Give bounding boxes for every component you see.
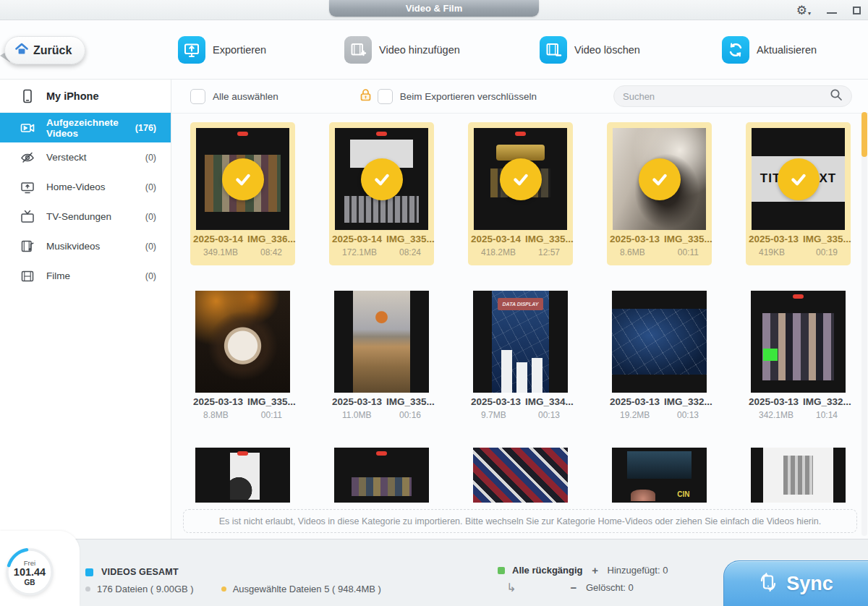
export-label: Exportieren: [213, 44, 266, 56]
video-card[interactable]: CIN: [607, 448, 712, 503]
thumbnail-text: DATA DISPLAY: [503, 302, 539, 307]
video-caption: 2025-03-13IMG_334... 9.7MB00:13: [468, 393, 573, 420]
sidebar-item-count: (0): [145, 153, 156, 163]
video-card[interactable]: 2025-03-14IMG_335... 418.2MB12:57: [468, 122, 573, 265]
refresh-label: Aktualisieren: [757, 44, 817, 56]
video-thumbnail[interactable]: [612, 291, 707, 393]
search-input[interactable]: [623, 91, 830, 102]
select-all-checkbox[interactable]: [190, 89, 205, 104]
video-card[interactable]: 2025-03-13IMG_332... 342.1MB10:14: [746, 291, 851, 420]
video-date: 2025-03-14: [471, 234, 521, 244]
device-name: My iPhone: [46, 90, 99, 102]
search-box[interactable]: [613, 85, 852, 107]
thumbnail-art: [501, 350, 511, 393]
video-card[interactable]: [329, 448, 434, 503]
selected-check-icon[interactable]: [500, 158, 542, 200]
sidebar-item-tv-sendungen[interactable]: TV-Sendungen (0): [0, 202, 171, 231]
thumbnail-art: [532, 358, 542, 393]
video-card[interactable]: [746, 448, 851, 503]
selected-check-icon[interactable]: [361, 158, 403, 200]
video-card[interactable]: TITLE TEXT 2025-03-13IMG_335... 419KB00:…: [746, 122, 851, 265]
video-thumbnail[interactable]: [334, 291, 429, 393]
video-date: 2025-03-13: [332, 396, 382, 407]
export-monitor-icon: [178, 36, 205, 64]
video-camera-icon: [20, 121, 35, 135]
undo-all-label[interactable]: Alle rückgängig: [512, 565, 583, 576]
sidebar-item-label: TV-Sendungen: [46, 211, 134, 222]
video-date: 2025-03-13: [749, 234, 799, 244]
music-video-icon: [20, 239, 35, 254]
export-button[interactable]: Exportieren: [178, 36, 266, 64]
video-thumbnail[interactable]: TITLE TEXT: [752, 128, 845, 230]
sidebar-item-filme[interactable]: Filme (0): [0, 261, 171, 291]
sidebar-item-musikvideos[interactable]: Musikvideos (0): [0, 231, 171, 261]
video-size: 9.7MB: [481, 410, 506, 420]
green-square-bullet: [498, 567, 505, 574]
lock-icon: [359, 88, 372, 105]
scrollbar-thumb[interactable]: [861, 112, 867, 157]
thumbnail-art: [631, 490, 655, 502]
settings-gear-icon[interactable]: ⚙▾: [796, 4, 811, 17]
sidebar-item-versteckt[interactable]: Versteckt (0): [0, 142, 171, 172]
sidebar-item-count: (176): [135, 123, 156, 133]
video-size: 349.1MB: [203, 247, 238, 257]
video-caption: 2025-03-13IMG_335... 419KB00:19: [746, 230, 851, 257]
video-thumbnail[interactable]: [196, 128, 289, 230]
search-icon[interactable]: [830, 88, 843, 104]
undo-group: Alle rückgängig + Hinzugefügt: 0 ↳ − Gel…: [498, 564, 668, 594]
video-caption: 2025-03-14IMG_335... 418.2MB12:57: [468, 230, 573, 257]
video-card[interactable]: [190, 448, 295, 503]
video-thumbnail[interactable]: [474, 128, 567, 230]
selected-check-icon[interactable]: [639, 158, 681, 200]
home-icon: [15, 43, 28, 58]
video-name: IMG_335...: [386, 396, 435, 407]
scrollbar-track[interactable]: [861, 112, 867, 536]
added-count: Hinzugefügt: 0: [608, 565, 668, 576]
delete-video-button[interactable]: Video löschen: [540, 36, 640, 64]
status-bar: Frei 101.44 GB VIDEOS GESAMT 176 Dateien…: [0, 539, 868, 606]
maximize-button[interactable]: [853, 7, 861, 14]
back-button[interactable]: Zurück: [4, 36, 85, 64]
refresh-button[interactable]: Aktualisieren: [722, 36, 817, 64]
encrypt-checkbox[interactable]: [378, 89, 393, 104]
window-title: Video & Film: [329, 0, 539, 17]
sync-button[interactable]: Sync: [723, 560, 868, 606]
video-card[interactable]: 2025-03-14IMG_336... 349.1MB08:42: [190, 122, 295, 265]
video-duration: 12:57: [538, 247, 560, 257]
video-thumbnail[interactable]: [751, 448, 846, 503]
video-card[interactable]: 2025-03-13IMG_335... 8.6MB00:11: [607, 122, 712, 265]
minimize-button[interactable]: [827, 12, 837, 14]
select-all-label: Alle auswählen: [213, 91, 278, 102]
video-card[interactable]: DATA DISPLAY 2025-03-13IMG_334... 9.7MB0…: [468, 291, 573, 420]
video-thumbnail[interactable]: DATA DISPLAY: [473, 291, 568, 393]
video-name: IMG_335...: [525, 234, 574, 244]
thumbnail-art: [344, 196, 419, 223]
video-thumbnail[interactable]: [334, 448, 429, 503]
grid-row-3: CIN: [190, 448, 851, 503]
import-notice: Es ist nicht erlaubt, Videos in diese Ka…: [183, 509, 857, 533]
thumbnail-art: [230, 453, 260, 500]
video-thumbnail[interactable]: [751, 291, 846, 393]
video-duration: 00:16: [399, 410, 421, 420]
video-card[interactable]: 2025-03-13IMG_335... 8.8MB00:11: [190, 291, 295, 420]
sidebar-item-aufgezeichnete-videos[interactable]: Aufgezeichnete Videos (176): [0, 113, 171, 142]
video-card[interactable]: 2025-03-13IMG_332... 19.2MB00:13: [607, 291, 712, 420]
minus-icon: −: [569, 581, 579, 594]
add-video-button[interactable]: Video hinzufügen: [344, 36, 460, 64]
video-thumbnail[interactable]: [195, 448, 290, 503]
sidebar-item-home-videos[interactable]: Home-Videos (0): [0, 172, 171, 202]
video-card[interactable]: [468, 448, 573, 503]
video-card[interactable]: 2025-03-13IMG_335... 11.0MB00:16: [329, 291, 434, 420]
selected-check-icon[interactable]: [222, 158, 264, 200]
video-thumbnail[interactable]: CIN: [612, 448, 707, 503]
video-card[interactable]: 2025-03-14IMG_335... 172.1MB08:24: [329, 122, 434, 265]
thumbnail-art: [762, 313, 835, 380]
video-thumbnail[interactable]: [335, 128, 428, 230]
video-thumbnail[interactable]: [473, 448, 568, 503]
video-date: 2025-03-13: [193, 396, 243, 407]
thumbnail-art: [352, 477, 412, 496]
video-thumbnail[interactable]: [613, 128, 706, 230]
video-thumbnail[interactable]: [195, 291, 290, 393]
import-notice-text: Es ist nicht erlaubt, Videos in diese Ka…: [219, 516, 821, 526]
selected-check-icon[interactable]: [778, 158, 820, 200]
